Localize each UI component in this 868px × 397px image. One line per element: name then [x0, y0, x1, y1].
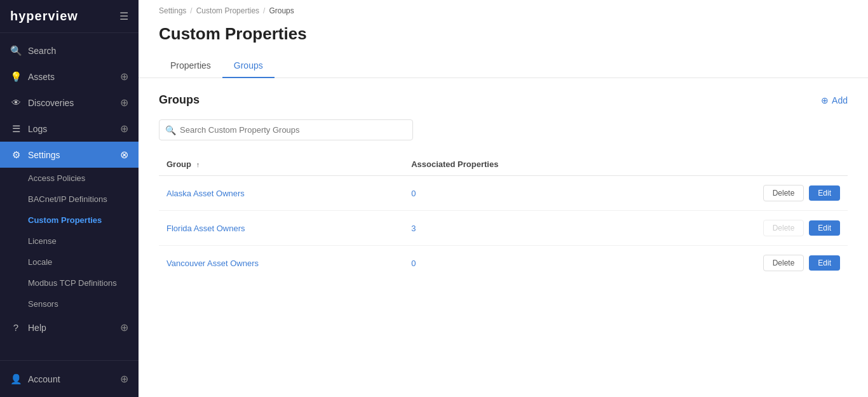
actions-cell: Delete Edit: [637, 211, 848, 246]
sidebar-subitem-bacnet[interactable]: BACnet/IP Definitions: [0, 189, 139, 210]
sidebar-item-label: Logs: [28, 124, 47, 134]
associated-count-cell: 0: [403, 246, 637, 281]
delete-button: Delete: [763, 220, 804, 236]
sidebar-subitem-access-policies[interactable]: Access Policies: [0, 168, 139, 189]
sidebar-item-label: Help: [28, 323, 46, 333]
breadcrumb: Settings / Custom Properties / Groups: [139, 0, 868, 19]
sidebar-subnav: Access Policies BACnet/IP Definitions Cu…: [0, 168, 139, 314]
tab-properties[interactable]: Properties: [159, 54, 222, 78]
sort-icon[interactable]: ↑: [196, 161, 200, 168]
edit-button[interactable]: Edit: [809, 255, 840, 271]
tabs: Properties Groups: [139, 54, 868, 78]
groups-table: Group ↑ Associated Properties Alaska Ass…: [159, 153, 848, 280]
eye-icon: 👁: [10, 97, 22, 108]
associated-count: 3: [411, 224, 416, 233]
sidebar-subitem-modbus[interactable]: Modbus TCP Definitions: [0, 273, 139, 293]
sidebar-item-logs[interactable]: ☰ Logs ⊕: [0, 116, 139, 142]
add-assets-icon[interactable]: ⊕: [120, 71, 128, 83]
content-area: Groups ⊕ Add 🔍 Group ↑ Associated Proper…: [139, 78, 868, 295]
col-actions: [637, 153, 848, 176]
search-icon: 🔍: [165, 125, 176, 135]
section-title: Groups: [159, 93, 200, 107]
breadcrumb-custom-properties[interactable]: Custom Properties: [196, 6, 259, 15]
sidebar-subitem-custom-properties[interactable]: Custom Properties: [0, 210, 139, 231]
sidebar-item-settings[interactable]: ⚙ Settings ⊗: [0, 142, 139, 168]
search-container: 🔍: [159, 119, 413, 140]
add-icon: ⊕: [821, 95, 829, 105]
search-icon: 🔍: [10, 45, 22, 57]
account-icon: 👤: [10, 373, 22, 385]
sidebar: hyperview ☰ 🔍 Search 💡 Assets ⊕ 👁 Discov…: [0, 0, 139, 397]
sidebar-item-discoveries[interactable]: 👁 Discoveries ⊕: [0, 90, 139, 116]
tab-groups[interactable]: Groups: [222, 54, 275, 78]
add-logs-icon[interactable]: ⊕: [120, 123, 128, 135]
col-associated: Associated Properties: [403, 153, 637, 176]
page-header: Custom Properties: [139, 19, 868, 54]
group-name-link[interactable]: Vancouver Asset Owners: [166, 259, 259, 268]
associated-count-cell: 3: [403, 211, 637, 246]
add-group-button[interactable]: ⊕ Add: [821, 95, 848, 105]
search-input[interactable]: [159, 119, 413, 140]
add-account-icon[interactable]: ⊕: [120, 373, 128, 385]
associated-count: 0: [411, 189, 416, 198]
sidebar-subitem-sensors[interactable]: Sensors: [0, 293, 139, 314]
row-actions: Delete Edit: [645, 255, 840, 271]
sidebar-subitem-locale[interactable]: Locale: [0, 252, 139, 273]
table-header-row: Group ↑ Associated Properties: [159, 153, 848, 176]
sidebar-item-search[interactable]: 🔍 Search: [0, 38, 139, 64]
logo: hyperview: [10, 9, 78, 24]
delete-button[interactable]: Delete: [763, 185, 804, 201]
table-row: Vancouver Asset Owners 0 Delete Edit: [159, 246, 848, 281]
table-row: Alaska Asset Owners 0 Delete Edit: [159, 176, 848, 211]
settings-icon: ⚙: [10, 149, 22, 161]
bulb-icon: 💡: [10, 71, 22, 83]
actions-cell: Delete Edit: [637, 176, 848, 211]
sidebar-account-label: Account: [28, 374, 60, 384]
sidebar-header: hyperview ☰: [0, 0, 139, 33]
sidebar-subitem-license[interactable]: License: [0, 231, 139, 252]
sidebar-item-assets[interactable]: 💡 Assets ⊕: [0, 64, 139, 90]
group-name-cell: Florida Asset Owners: [159, 211, 403, 246]
associated-count-cell: 0: [403, 176, 637, 211]
delete-button[interactable]: Delete: [763, 255, 804, 271]
table-row: Florida Asset Owners 3 Delete Edit: [159, 211, 848, 246]
group-name-link[interactable]: Alaska Asset Owners: [166, 189, 245, 198]
breadcrumb-sep-2: /: [263, 6, 265, 15]
sidebar-item-label: Settings: [28, 150, 60, 160]
edit-button[interactable]: Edit: [809, 185, 840, 201]
add-help-icon[interactable]: ⊕: [120, 321, 128, 333]
settings-close-icon[interactable]: ⊗: [120, 149, 128, 161]
help-icon: ?: [10, 322, 22, 333]
breadcrumb-current: Groups: [269, 6, 294, 15]
section-header: Groups ⊕ Add: [159, 93, 848, 107]
col-group: Group ↑: [159, 153, 403, 176]
sidebar-item-help[interactable]: ? Help ⊕: [0, 314, 139, 340]
sidebar-item-account[interactable]: 👤 Account ⊕: [0, 366, 139, 392]
sidebar-item-label: Search: [28, 46, 56, 56]
add-discoveries-icon[interactable]: ⊕: [120, 97, 128, 109]
breadcrumb-sep-1: /: [190, 6, 192, 15]
add-label: Add: [832, 95, 848, 105]
sidebar-item-label: Assets: [28, 72, 55, 82]
logs-icon: ☰: [10, 123, 22, 135]
breadcrumb-settings[interactable]: Settings: [159, 6, 186, 15]
row-actions: Delete Edit: [645, 185, 840, 201]
sidebar-item-label: Discoveries: [28, 98, 74, 108]
group-name-cell: Alaska Asset Owners: [159, 176, 403, 211]
main-content: Settings / Custom Properties / Groups Cu…: [139, 0, 868, 397]
hamburger-icon[interactable]: ☰: [119, 10, 128, 22]
page-title: Custom Properties: [159, 24, 848, 44]
sidebar-bottom: 👤 Account ⊕: [0, 360, 139, 397]
actions-cell: Delete Edit: [637, 246, 848, 281]
associated-count: 0: [411, 259, 416, 268]
sidebar-nav: 🔍 Search 💡 Assets ⊕ 👁 Discoveries ⊕ ☰ Lo…: [0, 33, 139, 360]
row-actions: Delete Edit: [645, 220, 840, 236]
group-name-link[interactable]: Florida Asset Owners: [166, 224, 245, 233]
edit-button[interactable]: Edit: [809, 220, 840, 236]
group-name-cell: Vancouver Asset Owners: [159, 246, 403, 281]
